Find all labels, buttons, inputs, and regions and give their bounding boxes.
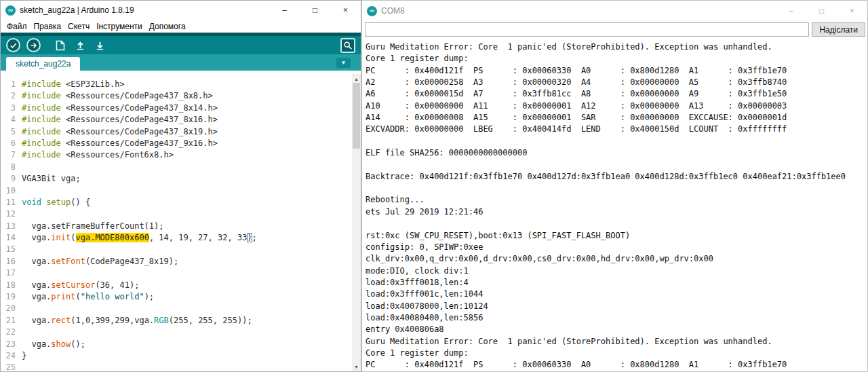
code-line: 10 [1, 185, 361, 197]
line-number: 18 [1, 280, 16, 291]
open-button[interactable] [73, 39, 87, 52]
maximize-button[interactable]: □ [806, 1, 837, 21]
line-number: 4 [1, 114, 16, 126]
code-line: 9VGA3Bit vga; [1, 173, 361, 185]
code-line: 15 [1, 244, 361, 255]
tab-bar: sketch_aug22a ▼ [1, 54, 361, 71]
code-line: 11void setup() { [1, 197, 361, 208]
arduino-app-icon: ∞ [367, 6, 377, 16]
code-line: 23 vga.show(); [1, 339, 361, 350]
code-line: 5#include <Ressources/CodePage437_8x19.h… [1, 126, 361, 138]
save-button[interactable] [93, 39, 106, 52]
maximize-button[interactable]: □ [300, 1, 330, 20]
line-number: 14 [1, 232, 16, 244]
arrow-down-icon [95, 40, 105, 50]
code-line: 4#include <Ressources/CodePage437_8x16.h… [1, 114, 361, 126]
line-number: 6 [1, 138, 16, 149]
line-number: 25 [1, 362, 16, 371]
line-number: 12 [1, 208, 16, 220]
code-line: 22 [1, 327, 361, 338]
menu-item-5[interactable]: Допомога [146, 22, 189, 31]
line-number: 23 [1, 339, 16, 350]
code-line: 16 vga.setFont(CodePage437_8x19); [1, 256, 361, 267]
line-number: 8 [1, 162, 16, 173]
menu-item-4[interactable]: Інструменти [93, 22, 146, 31]
line-number: 11 [1, 197, 16, 208]
code-line: 25 [1, 362, 361, 371]
serial-send-row: Надіслати [362, 21, 867, 39]
serial-monitor-button[interactable] [340, 38, 355, 53]
arrow-right-icon [30, 41, 38, 50]
line-number: 10 [1, 185, 16, 197]
upload-button[interactable] [26, 38, 41, 52]
screen: ∞ sketch_aug22a | Arduino 1.8.19 – □ × Ф… [0, 0, 868, 372]
scroll-thumb[interactable] [353, 83, 360, 149]
menu-item-2[interactable]: Правка [31, 22, 65, 31]
code-line: 21 vga.rect(1,0,399,299,vga.RGB(255, 255… [1, 315, 361, 327]
ide-titlebar: ∞ sketch_aug22a | Arduino 1.8.19 – □ × [1, 1, 361, 20]
line-number: 20 [1, 303, 16, 314]
line-number: 22 [1, 327, 16, 338]
code-line: 19 vga.print("hello world"); [1, 291, 361, 303]
code-area: 1#include <ESP32Lib.h>2#include <Ressour… [1, 74, 361, 371]
line-number: 2 [1, 90, 16, 102]
serial-window-controls: – □ × [776, 1, 867, 21]
line-number: 1 [1, 79, 16, 90]
line-number: 5 [1, 126, 16, 138]
arrow-up-icon [75, 40, 85, 50]
serial-input[interactable] [365, 22, 809, 37]
code-line: 13 vga.setFrameBufferCount(1); [1, 221, 361, 232]
close-button[interactable]: × [837, 1, 867, 21]
menu-bar: ФайлПравкаСкетчІнструментиДопомога [1, 20, 361, 33]
code-line: 1#include <ESP32Lib.h> [1, 79, 361, 90]
line-number: 19 [1, 291, 16, 303]
code-editor[interactable]: 1#include <ESP32Lib.h>2#include <Ressour… [1, 74, 361, 371]
ide-window-controls: – □ × [269, 1, 361, 20]
scroll-down-arrow[interactable]: ▼ [352, 362, 361, 371]
line-number: 7 [1, 149, 16, 161]
code-line: 7#include <Ressources/Font6x8.h> [1, 149, 361, 161]
magnifier-icon [343, 41, 353, 50]
code-line: 8 [1, 162, 361, 173]
line-number: 16 [1, 256, 16, 267]
arduino-ide-window: ∞ sketch_aug22a | Arduino 1.8.19 – □ × Ф… [0, 0, 361, 372]
editor-scrollbar[interactable]: ▲ ▼ [352, 74, 361, 371]
tab-menu-button[interactable]: ▼ [336, 58, 351, 68]
serial-monitor-window: ∞ COM8 – □ × Надіслати Guru Meditation E… [361, 0, 868, 372]
code-line: 6#include <Ressources/CodePage437_9x16.h… [1, 138, 361, 149]
verify-button[interactable] [6, 38, 20, 52]
toolbar [1, 33, 361, 54]
code-line: 2#include <Ressources/CodePage437_8x8.h> [1, 90, 361, 102]
line-number: 13 [1, 221, 16, 232]
send-button[interactable]: Надіслати [812, 22, 865, 37]
code-line: 17 [1, 267, 361, 279]
line-number: 9 [1, 173, 16, 185]
serial-window-title: COM8 [381, 6, 405, 16]
menu-item-3[interactable]: Скетч [64, 22, 93, 31]
close-button[interactable]: × [330, 1, 361, 20]
code-line: 18 vga.setCursor(36, 41); [1, 280, 361, 291]
code-line: 3#include <Ressources/CodePage437_8x14.h… [1, 103, 361, 114]
line-number: 3 [1, 103, 16, 114]
code-line: 14 vga.init(vga.MODE800x600, 14, 19, 27,… [1, 232, 361, 244]
check-icon [9, 41, 18, 50]
code-line: 20 [1, 303, 361, 314]
document-icon [56, 40, 65, 51]
ide-window-title: sketch_aug22a | Arduino 1.8.19 [20, 5, 134, 15]
line-number: 17 [1, 267, 16, 279]
line-number: 24 [1, 350, 16, 362]
menu-item-1[interactable]: Файл [3, 22, 31, 31]
scroll-up-arrow[interactable]: ▲ [352, 74, 361, 83]
minimize-button[interactable]: – [269, 1, 300, 20]
line-number: 21 [1, 315, 16, 327]
code-line: 24} [1, 350, 361, 362]
code-line: 12 [1, 208, 361, 220]
line-number: 15 [1, 244, 16, 255]
arduino-app-icon: ∞ [5, 5, 16, 16]
serial-titlebar: ∞ COM8 – □ × [362, 1, 867, 21]
chevron-down-icon: ▼ [341, 60, 347, 66]
new-sketch-button[interactable] [54, 39, 67, 52]
serial-output[interactable]: Guru Meditation Error: Core 1 panic'ed (… [362, 39, 867, 370]
tab-sketch-aug22a[interactable]: sketch_aug22a [6, 57, 80, 71]
minimize-button[interactable]: – [776, 1, 806, 21]
